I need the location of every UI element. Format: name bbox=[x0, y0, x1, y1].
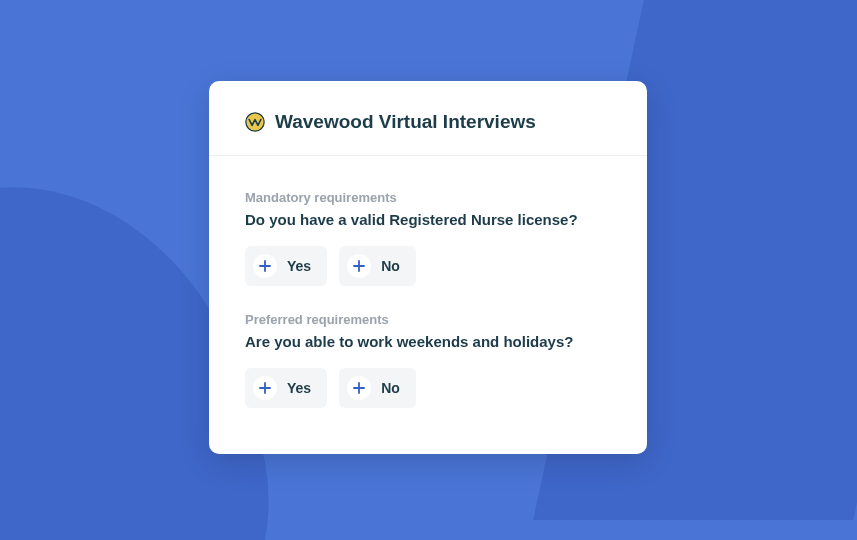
svg-point-0 bbox=[246, 113, 264, 131]
mandatory-section-label: Mandatory requirements bbox=[245, 190, 611, 205]
preferred-no-button[interactable]: No bbox=[339, 368, 416, 408]
wavewood-logo-icon bbox=[245, 112, 265, 132]
yes-label: Yes bbox=[287, 380, 311, 396]
preferred-question: Are you able to work weekends and holida… bbox=[245, 333, 611, 350]
card-header: Wavewood Virtual Interviews bbox=[209, 81, 647, 156]
no-label: No bbox=[381, 380, 400, 396]
plus-icon bbox=[347, 254, 371, 278]
interview-card: Wavewood Virtual Interviews Mandatory re… bbox=[209, 81, 647, 454]
plus-icon bbox=[347, 376, 371, 400]
plus-icon bbox=[253, 254, 277, 278]
card-title: Wavewood Virtual Interviews bbox=[275, 111, 536, 133]
mandatory-yes-button[interactable]: Yes bbox=[245, 246, 327, 286]
mandatory-button-row: Yes No bbox=[245, 246, 611, 286]
mandatory-question: Do you have a valid Registered Nurse lic… bbox=[245, 211, 611, 228]
card-body: Mandatory requirements Do you have a val… bbox=[209, 156, 647, 454]
mandatory-no-button[interactable]: No bbox=[339, 246, 416, 286]
preferred-yes-button[interactable]: Yes bbox=[245, 368, 327, 408]
preferred-button-row: Yes No bbox=[245, 368, 611, 408]
yes-label: Yes bbox=[287, 258, 311, 274]
plus-icon bbox=[253, 376, 277, 400]
mandatory-section: Mandatory requirements Do you have a val… bbox=[245, 174, 611, 296]
preferred-section-label: Preferred requirements bbox=[245, 312, 611, 327]
preferred-section: Preferred requirements Are you able to w… bbox=[245, 296, 611, 418]
no-label: No bbox=[381, 258, 400, 274]
